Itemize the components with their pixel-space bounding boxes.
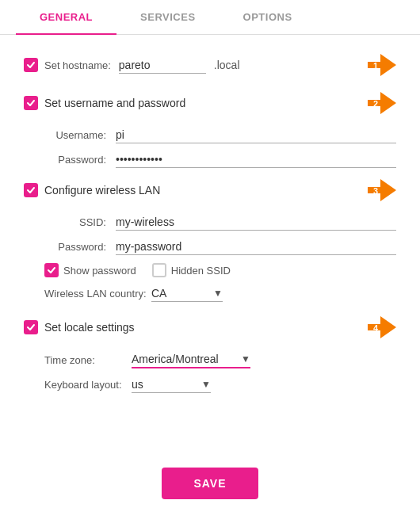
timezone-dropdown-arrow: ▼ <box>241 353 250 365</box>
country-label: Wireless LAN country: <box>44 288 151 300</box>
svg-marker-2 <box>368 92 396 114</box>
password-input[interactable] <box>116 151 396 168</box>
tab-options[interactable]: OPTIONS <box>220 0 316 34</box>
svg-text:1: 1 <box>373 61 378 71</box>
badge-2: 2 <box>368 89 396 117</box>
timezone-label: Time zone: <box>44 354 132 366</box>
save-row: SAVE <box>0 452 420 523</box>
username-label: Username: <box>44 129 116 141</box>
keyboard-row: Keyboard layout: us ▼ <box>24 376 396 393</box>
credentials-section-row: Set username and password 2 <box>24 89 396 117</box>
svg-marker-4 <box>368 179 396 201</box>
username-input[interactable] <box>116 127 396 143</box>
badge-1: 1 <box>368 51 396 79</box>
keyboard-label: Keyboard layout: <box>44 379 132 391</box>
wireless-checkbox-box <box>24 183 38 197</box>
svg-marker-6 <box>368 316 396 338</box>
svg-text:4: 4 <box>373 323 379 333</box>
main-content: Set hostname: .local 1 Set use <box>0 35 420 452</box>
ssid-input[interactable] <box>116 214 396 231</box>
locale-section: Set locale settings 4 Time zone: America… <box>24 313 396 393</box>
wireless-password-label: Password: <box>44 241 116 253</box>
wireless-password-row: Password: <box>24 239 396 255</box>
username-input-wrapper <box>116 127 396 143</box>
hidden-ssid-checkbox-box <box>152 263 166 277</box>
password-label: Password: <box>44 154 116 166</box>
locale-section-row: Set locale settings 4 <box>24 313 396 342</box>
show-password-checkbox-box <box>44 263 59 277</box>
ssid-row: SSID: <box>24 214 396 231</box>
country-select[interactable]: CA ▼ <box>151 285 223 302</box>
locale-label: Set locale settings <box>44 321 135 334</box>
hostname-input[interactable] <box>119 57 206 74</box>
wireless-label: Configure wireless LAN <box>44 184 160 197</box>
tab-general[interactable]: GENERAL <box>16 0 116 34</box>
tab-bar: GENERAL SERVICES OPTIONS <box>0 0 420 35</box>
svg-marker-0 <box>368 54 396 76</box>
country-value: CA <box>151 287 210 300</box>
hostname-label: Set hostname: <box>44 59 111 71</box>
ssid-input-wrapper <box>116 214 396 231</box>
badge-3: 3 <box>368 176 396 204</box>
credentials-section: Set username and password 2 Username: Pa… <box>24 89 396 168</box>
credentials-checkbox[interactable]: Set username and password <box>24 96 185 110</box>
hidden-ssid-label: Hidden SSID <box>171 265 231 277</box>
tab-services[interactable]: SERVICES <box>116 0 220 34</box>
credentials-label: Set username and password <box>44 97 185 109</box>
hostname-section: Set hostname: .local 1 <box>24 51 396 79</box>
svg-text:2: 2 <box>373 99 378 109</box>
ssid-label: SSID: <box>44 216 116 228</box>
hostname-checkbox-box <box>24 58 38 72</box>
credentials-checkbox-box <box>24 96 38 110</box>
wireless-options-row: Show password Hidden SSID <box>24 263 396 277</box>
show-password-checkbox[interactable]: Show password <box>44 263 136 277</box>
badge-4: 4 <box>368 313 396 342</box>
password-row: Password: <box>24 151 396 168</box>
wireless-checkbox[interactable]: Configure wireless LAN <box>24 183 160 197</box>
save-button[interactable]: SAVE <box>162 468 258 499</box>
wireless-password-input[interactable] <box>116 239 396 255</box>
keyboard-value: us <box>132 378 198 391</box>
svg-text:3: 3 <box>373 186 378 196</box>
timezone-value: America/Montreal <box>132 353 238 365</box>
country-dropdown-arrow: ▼ <box>213 288 223 299</box>
hostname-suffix: .local <box>214 59 240 71</box>
keyboard-select[interactable]: us ▼ <box>132 376 211 393</box>
hostname-checkbox[interactable] <box>24 58 38 72</box>
hostname-section-row: Set hostname: .local 1 <box>24 51 396 79</box>
wireless-section: Configure wireless LAN 3 SSID: Password: <box>24 176 396 302</box>
password-input-wrapper <box>116 151 396 168</box>
locale-checkbox[interactable]: Set locale settings <box>24 320 135 334</box>
locale-checkbox-box <box>24 320 38 334</box>
wireless-password-input-wrapper <box>116 239 396 255</box>
country-row: Wireless LAN country: CA ▼ <box>24 285 396 302</box>
hidden-ssid-checkbox[interactable]: Hidden SSID <box>152 263 231 277</box>
show-password-label: Show password <box>63 265 136 277</box>
timezone-row: Time zone: America/Montreal ▼ <box>24 351 396 368</box>
username-row: Username: <box>24 127 396 143</box>
hostname-input-group: .local <box>119 57 361 74</box>
timezone-select[interactable]: America/Montreal ▼ <box>132 351 250 368</box>
wireless-section-row: Configure wireless LAN 3 <box>24 176 396 204</box>
keyboard-dropdown-arrow: ▼ <box>201 379 211 390</box>
